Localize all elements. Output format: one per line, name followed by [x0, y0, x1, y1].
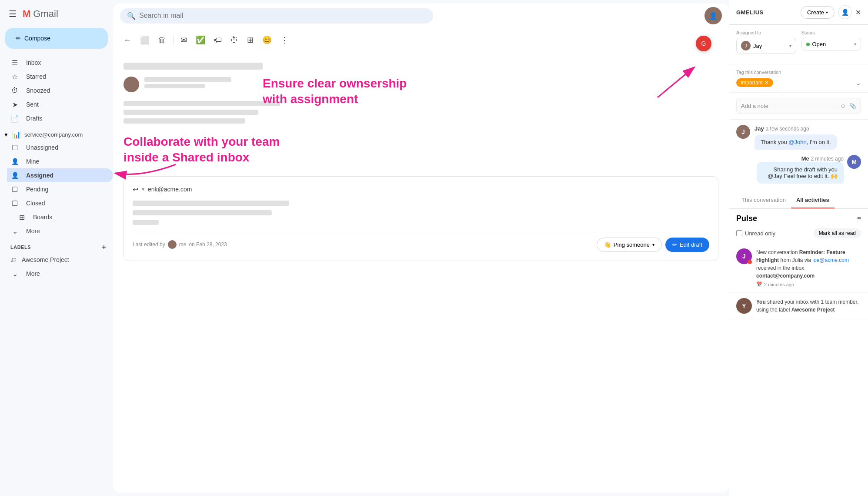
back-button[interactable]: ←	[120, 32, 135, 48]
email-area: Ensure clear ownsershipwith assignment	[113, 52, 729, 493]
assigned-to-label: Assigned to	[736, 30, 796, 35]
sent-icon: ➤	[10, 101, 19, 109]
gmelius-account-icon[interactable]: 👤	[838, 5, 852, 19]
tag-expand-button[interactable]: ⌄	[855, 79, 861, 87]
sidebar-item-pending[interactable]: ☐ Pending	[7, 182, 113, 196]
shared-inbox-items: ☐ Unassigned 👤 Mine 👤 Assigned ☐ Pending…	[7, 141, 113, 210]
search-input[interactable]	[139, 12, 426, 20]
gmail-logo-text: Gmail	[33, 8, 58, 20]
dropdown-icon[interactable]: ▾	[142, 186, 144, 192]
sidebar-item-snoozed[interactable]: ⏱ Snoozed	[0, 84, 106, 97]
sidebar-item-more-2[interactable]: ⌄ More	[0, 267, 106, 281]
emoji-icon[interactable]: ☺	[840, 103, 846, 109]
activity-avatar-wrap-2: Y	[736, 298, 752, 314]
sender-row	[124, 77, 718, 92]
done-button[interactable]: ✅	[192, 32, 209, 48]
sidebar-item-more-1[interactable]: ⌄ More	[0, 224, 106, 238]
annotation-area-bottom: Collaborate with your teaminside a Share…	[124, 134, 718, 166]
status-dot	[806, 43, 810, 46]
status-dropdown-arrow: ▾	[854, 42, 856, 47]
starred-label: Starred	[26, 73, 46, 80]
john-mention: @John	[788, 139, 806, 145]
skeleton-3	[124, 110, 258, 115]
draft-date-label: on Feb 28, 2023	[189, 241, 227, 248]
main-content: 🔍 👤 ← ⬜ 🗑 ✉ ✅ 🏷 ⏱ ⊞ 😊 ⋮ G	[113, 3, 729, 493]
mark-all-label: Mark all as read	[819, 230, 856, 236]
sidebar-item-boards[interactable]: ⊞ Boards	[7, 210, 106, 224]
label-awesome-project-text: Awesome Project	[22, 256, 69, 263]
assignee-dropdown[interactable]: J Jay ▾	[736, 38, 796, 54]
delete-button[interactable]: 🗑	[155, 32, 170, 48]
jay-mention: @Jay	[768, 173, 782, 179]
attachment-icon[interactable]: 📎	[849, 103, 856, 109]
add-label-button[interactable]: +	[102, 243, 106, 251]
label-awesome-project[interactable]: 🏷 Awesome Project	[0, 253, 106, 267]
unread-only-row: Unread only	[736, 230, 775, 237]
emoji-button[interactable]: 😊	[259, 32, 275, 48]
tag-row: Important ✕ ⌄	[736, 78, 861, 87]
user-avatar[interactable]: 👤	[704, 7, 722, 24]
sidebar-item-inbox[interactable]: ☰ Inbox	[0, 56, 106, 70]
me-message-content: Me 2 minutes ago Sharing the draft with …	[757, 155, 844, 184]
compose-label: Compose	[24, 35, 50, 42]
unread-only-label: Unread only	[745, 230, 775, 237]
gmelius-close-button[interactable]: ✕	[855, 8, 861, 17]
sidebar-item-closed[interactable]: ☐ Closed	[7, 196, 113, 210]
mark-button[interactable]: ✉	[177, 32, 190, 48]
label-button[interactable]: 🏷	[210, 32, 225, 48]
sidebar-item-assigned[interactable]: 👤 Assigned	[7, 168, 113, 182]
ping-button[interactable]: 👋 Ping someone ▾	[597, 238, 662, 252]
more-label-2: More	[26, 270, 40, 277]
edit-draft-button[interactable]: ✏ Edit draft	[665, 238, 709, 252]
archive-button[interactable]: ⬜	[137, 32, 153, 48]
pulse-title: Pulse	[736, 214, 757, 223]
assignment-section: Assigned to J Jay ▾ Status Open ▾	[729, 25, 868, 64]
compose-button[interactable]: ✏ Compose	[5, 28, 108, 49]
unread-checkbox[interactable]	[736, 230, 742, 236]
annotation-collaboration: Collaborate with your teaminside a Share…	[124, 134, 718, 166]
reply-icon: ↩	[133, 185, 138, 194]
sidebar-item-sent[interactable]: ➤ Sent	[0, 97, 106, 111]
pulse-header: Pulse ≡	[729, 209, 868, 227]
more-button[interactable]: ⋮	[277, 32, 292, 48]
pulse-filter-icon[interactable]: ≡	[857, 215, 861, 223]
inbox-icon: ☰	[10, 59, 19, 67]
shared-inbox-header[interactable]: ▼ 📊 service@company.com	[0, 129, 106, 141]
sidebar-item-unassigned[interactable]: ☐ Unassigned	[7, 141, 113, 154]
snooze-button[interactable]: ⏱	[227, 32, 242, 48]
notes-section: Add a note ☺ 📎	[729, 93, 868, 120]
notes-input[interactable]: Add a note ☺ 📎	[736, 98, 861, 114]
skeleton-4	[124, 118, 245, 124]
activity-link-1[interactable]: joe@acme.com	[812, 257, 849, 263]
label-color-icon: 🏷	[10, 256, 17, 263]
search-bar[interactable]: 🔍	[120, 8, 433, 23]
sidebar-item-starred[interactable]: ☆ Starred	[0, 70, 106, 84]
gmelius-fab[interactable]: G	[696, 36, 711, 51]
gmelius-panel: GMELIUS Create ▾ 👤 ✕ Assigned to J Jay ▾…	[729, 0, 868, 496]
tab-all-activities[interactable]: All activities	[791, 192, 835, 208]
hamburger-icon[interactable]: ☰	[7, 7, 18, 21]
top-bar: 🔍 👤	[113, 3, 729, 28]
status-value: Open	[812, 41, 826, 47]
mark-all-read-button[interactable]: Mark all as read	[814, 228, 861, 238]
all-activities-label: All activities	[796, 197, 829, 203]
sidebar-item-mine[interactable]: 👤 Mine	[7, 154, 113, 168]
tasks-button[interactable]: ⊞	[244, 32, 257, 48]
activity-time-1: 📅 2 minutes ago	[756, 282, 861, 287]
tab-this-conversation[interactable]: This conversation	[736, 192, 791, 208]
skeleton-2	[124, 101, 280, 106]
draft-area: ↩ ▾ erik@acme.com Last edited by me on F…	[124, 176, 718, 261]
activity-section: This conversation All activities Pulse ≡…	[729, 192, 868, 496]
sidebar-item-drafts[interactable]: 📄 Drafts	[0, 111, 106, 125]
create-button[interactable]: Create ▾	[801, 6, 835, 19]
more-icon-2: ⌄	[10, 270, 19, 278]
more-label-1: More	[26, 228, 40, 235]
activity-text-1: New conversation Reminder: Feature Highl…	[756, 248, 861, 280]
jay-message-content: Jay a few seconds ago Thank you @John, I…	[754, 125, 837, 150]
status-dropdown[interactable]: Open ▾	[801, 38, 861, 50]
jay-name: Jay	[754, 125, 764, 132]
tag-remove-button[interactable]: ✕	[765, 80, 769, 86]
sender-avatar	[124, 77, 139, 92]
gmelius-title: GMELIUS	[736, 9, 764, 16]
ping-label: Ping someone	[614, 241, 650, 248]
